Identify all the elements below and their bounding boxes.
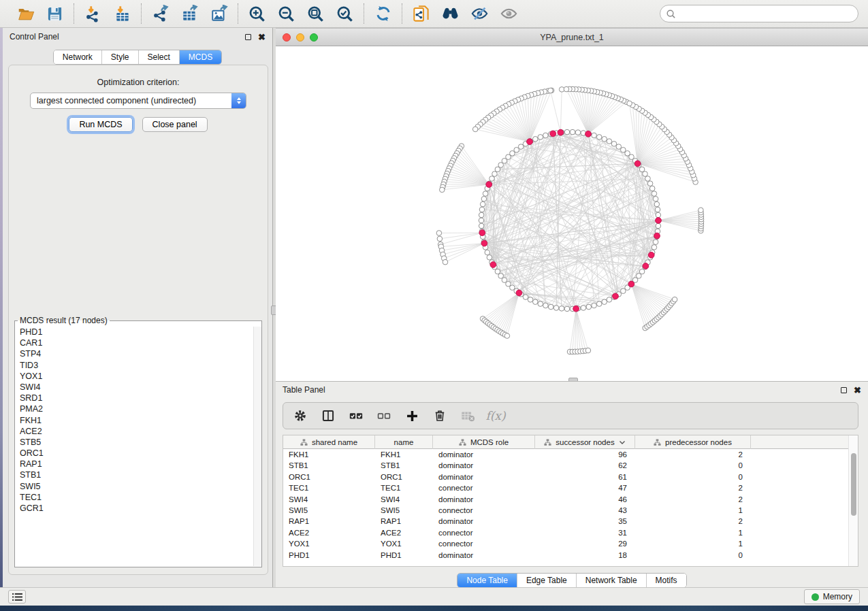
table-row[interactable]: STB1 STB1 dominator 62 0 bbox=[283, 460, 858, 471]
table-column-header[interactable]: shared name bbox=[283, 435, 375, 449]
export-table-icon[interactable] bbox=[180, 5, 199, 23]
delete-column-icon[interactable] bbox=[432, 408, 447, 423]
table-column-header[interactable]: name bbox=[375, 435, 433, 449]
cell-shared-name[interactable]: TEC1 bbox=[283, 482, 375, 493]
cell-successor-nodes[interactable]: 61 bbox=[535, 472, 635, 482]
cell-predecessor-nodes[interactable]: 0 bbox=[635, 460, 751, 471]
cell-successor-nodes[interactable]: 96 bbox=[535, 449, 635, 460]
mcds-result-item[interactable]: PMA2 bbox=[16, 403, 253, 414]
mcds-result-item[interactable]: TID3 bbox=[16, 360, 253, 371]
mcds-result-item[interactable]: CAR1 bbox=[16, 337, 253, 348]
table-row[interactable]: YOX1 YOX1 connector 29 1 bbox=[283, 538, 858, 549]
table-row[interactable]: ORC1 ORC1 dominator 61 0 bbox=[283, 472, 858, 482]
cell-predecessor-nodes[interactable]: 2 bbox=[635, 516, 751, 527]
cell-mcds-role[interactable]: dominator bbox=[433, 460, 535, 471]
mcds-result-item[interactable]: STB1 bbox=[16, 469, 253, 480]
cell-shared-name[interactable]: SWI4 bbox=[283, 494, 375, 505]
cell-name[interactable]: YOX1 bbox=[375, 538, 433, 549]
zoom-fit-icon[interactable] bbox=[306, 5, 325, 23]
cell-successor-nodes[interactable]: 46 bbox=[535, 494, 635, 505]
zoom-selected-icon[interactable] bbox=[336, 5, 354, 23]
network-view[interactable] bbox=[276, 47, 868, 382]
cell-name[interactable]: PHD1 bbox=[375, 550, 433, 561]
cell-successor-nodes[interactable]: 35 bbox=[535, 516, 635, 527]
refresh-icon[interactable] bbox=[374, 5, 392, 23]
cell-shared-name[interactable]: STB1 bbox=[283, 460, 375, 471]
cell-mcds-role[interactable]: dominator bbox=[433, 516, 535, 527]
search-box[interactable] bbox=[660, 5, 858, 22]
cell-name[interactable]: SWI4 bbox=[375, 494, 433, 505]
mcds-list-scrollbar[interactable] bbox=[253, 327, 261, 566]
cell-predecessor-nodes[interactable]: 1 bbox=[635, 538, 751, 549]
close-panel-button[interactable]: Close panel bbox=[142, 117, 208, 132]
cell-successor-nodes[interactable]: 29 bbox=[535, 538, 635, 549]
table-row[interactable]: SWI4 SWI4 dominator 46 2 bbox=[283, 494, 858, 505]
cell-shared-name[interactable]: SWI5 bbox=[283, 505, 375, 516]
mcds-result-item[interactable]: YOX1 bbox=[16, 371, 253, 382]
task-list-icon[interactable] bbox=[8, 590, 26, 604]
close-panel-icon[interactable]: ✖ bbox=[258, 33, 266, 42]
cell-predecessor-nodes[interactable]: 2 bbox=[635, 482, 751, 493]
mcds-result-item[interactable]: STB5 bbox=[16, 437, 253, 448]
table-column-header[interactable]: MCDS role bbox=[433, 435, 535, 449]
cell-shared-name[interactable]: ORC1 bbox=[283, 472, 375, 482]
cell-name[interactable]: ORC1 bbox=[375, 472, 433, 482]
cell-name[interactable]: FKH1 bbox=[375, 449, 433, 460]
save-icon[interactable] bbox=[46, 5, 64, 23]
deselect-all-icon[interactable] bbox=[376, 408, 391, 423]
mac-zoom-button[interactable] bbox=[310, 33, 318, 42]
mac-minimize-button[interactable] bbox=[296, 33, 304, 42]
network-file-icon[interactable] bbox=[412, 5, 430, 23]
search-input[interactable] bbox=[676, 9, 852, 18]
add-column-icon[interactable] bbox=[404, 408, 419, 423]
import-network-icon[interactable] bbox=[84, 5, 102, 23]
cell-mcds-role[interactable]: connector bbox=[433, 482, 535, 493]
eye-slash-icon[interactable] bbox=[470, 5, 489, 23]
float-window-icon[interactable] bbox=[841, 387, 847, 393]
mcds-result-item[interactable]: SWI4 bbox=[16, 382, 253, 393]
mcds-result-item[interactable]: ORC1 bbox=[16, 448, 253, 459]
table-tab[interactable]: Network Table bbox=[577, 574, 647, 587]
cell-shared-name[interactable]: FKH1 bbox=[283, 449, 375, 460]
mcds-result-item[interactable]: PHD1 bbox=[16, 327, 253, 337]
cell-successor-nodes[interactable]: 31 bbox=[535, 527, 635, 538]
mcds-result-item[interactable]: RAP1 bbox=[16, 459, 253, 469]
control-panel-tab[interactable]: Network bbox=[54, 50, 102, 64]
cell-successor-nodes[interactable]: 43 bbox=[535, 505, 635, 516]
cell-successor-nodes[interactable]: 18 bbox=[535, 550, 635, 561]
cell-mcds-role[interactable]: dominator bbox=[433, 449, 535, 460]
cell-name[interactable]: SWI5 bbox=[375, 505, 433, 516]
control-panel-tab[interactable]: Select bbox=[139, 50, 180, 64]
cell-predecessor-nodes[interactable]: 2 bbox=[635, 494, 751, 505]
binoculars-icon[interactable] bbox=[441, 5, 460, 23]
cell-name[interactable]: RAP1 bbox=[375, 516, 433, 527]
select-all-icon[interactable] bbox=[349, 408, 364, 423]
cell-predecessor-nodes[interactable]: 1 bbox=[635, 505, 751, 516]
table-row[interactable]: PHD1 PHD1 dominator 18 0 bbox=[283, 550, 858, 561]
export-network-icon[interactable] bbox=[151, 5, 170, 23]
cell-successor-nodes[interactable]: 62 bbox=[535, 460, 635, 471]
export-image-icon[interactable] bbox=[210, 5, 228, 23]
table-tab[interactable]: Edge Table bbox=[517, 574, 577, 587]
mcds-result-item[interactable]: FKH1 bbox=[16, 415, 253, 426]
cell-predecessor-nodes[interactable]: 2 bbox=[635, 449, 751, 460]
cell-mcds-role[interactable]: dominator bbox=[433, 472, 535, 482]
zoom-out-icon[interactable] bbox=[277, 5, 295, 23]
table-column-header[interactable] bbox=[751, 435, 858, 449]
mcds-result-list[interactable]: PHD1CAR1STP4TID3YOX1SWI4SRD1PMA2FKH1ACE2… bbox=[16, 327, 253, 566]
float-window-icon[interactable] bbox=[245, 34, 251, 40]
cell-predecessor-nodes[interactable]: 1 bbox=[635, 527, 751, 538]
mcds-result-item[interactable]: SRD1 bbox=[16, 393, 253, 403]
cell-name[interactable]: STB1 bbox=[375, 460, 433, 471]
table-row[interactable]: TEC1 TEC1 connector 47 2 bbox=[283, 482, 858, 493]
cell-mcds-role[interactable]: dominator bbox=[433, 550, 535, 561]
mcds-result-item[interactable]: SWI5 bbox=[16, 481, 253, 492]
cell-name[interactable]: ACE2 bbox=[375, 527, 433, 538]
column-layout-icon[interactable] bbox=[321, 408, 336, 423]
memory-button[interactable]: Memory bbox=[804, 589, 860, 604]
control-panel-tab[interactable]: MCDS bbox=[180, 50, 221, 64]
cell-shared-name[interactable]: ACE2 bbox=[283, 527, 375, 538]
table-row[interactable]: FKH1 FKH1 dominator 96 2 bbox=[283, 449, 858, 460]
cell-successor-nodes[interactable]: 47 bbox=[535, 482, 635, 493]
table-scrollbar-thumb[interactable] bbox=[851, 453, 856, 516]
